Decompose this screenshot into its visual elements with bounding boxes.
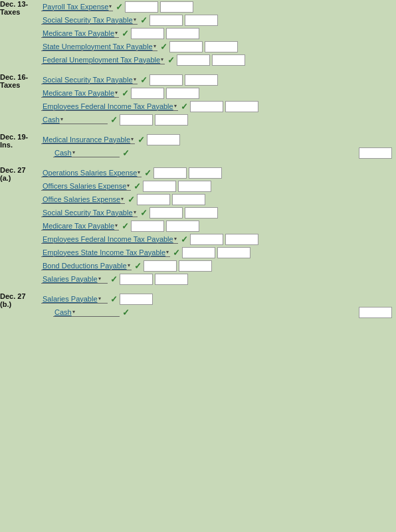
credit-input[interactable]: [172, 194, 205, 205]
entry-row: Social Security Tax Payable ▾ ✓: [41, 206, 396, 219]
entry-cell: Salaries Payable ▾ ✓: [41, 272, 396, 286]
entry-row: Medicare Tax Payable ▾ ✓: [41, 219, 396, 232]
account-dropdown[interactable]: Medicare Tax Payable ▾: [41, 29, 119, 38]
dropdown-arrow-icon: ▾: [72, 149, 75, 155]
debit-input[interactable]: [120, 274, 153, 285]
account-dropdown[interactable]: Salaries Payable ▾: [41, 295, 108, 304]
credit-input[interactable]: [205, 41, 238, 52]
account-dropdown[interactable]: Social Security Tax Payable ▾: [41, 209, 138, 217]
credit-input[interactable]: [166, 28, 199, 39]
account-name: Employees State Income Tax Payable: [43, 248, 165, 256]
check-icon: ✓: [144, 168, 151, 178]
dropdown-arrow-icon: ▾: [98, 276, 101, 282]
account-dropdown[interactable]: Office Salaries Expense ▾: [41, 195, 125, 204]
account-dropdown[interactable]: Payroll Tax Expense ▾: [41, 3, 113, 11]
table-row: Dec. 19-Ins. Medical Insurance Payable ▾…: [0, 133, 396, 146]
debit-input[interactable]: [153, 167, 187, 179]
debit-input[interactable]: [149, 207, 183, 219]
section-label: Dec. 27(b.): [0, 292, 41, 319]
account-dropdown[interactable]: Officers Salaries Expense ▾: [41, 182, 131, 191]
debit-input[interactable]: [177, 54, 210, 66]
debit-input[interactable]: [131, 221, 164, 232]
section-label: Dec. 27(a.): [0, 166, 41, 286]
entry-row: Salaries Payable ▾ ✓: [41, 292, 396, 306]
account-dropdown[interactable]: Cash ▾: [41, 116, 108, 124]
debit-input[interactable]: [149, 15, 183, 26]
debit-input[interactable]: [137, 194, 170, 205]
debit-input[interactable]: [131, 28, 164, 39]
debit-input[interactable]: [147, 134, 180, 145]
account-dropdown[interactable]: State Unemployment Tax Payable ▾: [41, 43, 157, 51]
credit-input[interactable]: [185, 74, 218, 86]
dropdown-arrow-icon: ▾: [115, 90, 118, 96]
account-dropdown[interactable]: Employees Federal Income Tax Payable ▾: [41, 102, 178, 111]
credit-input[interactable]: [166, 88, 199, 99]
credit-input[interactable]: [189, 167, 222, 179]
dropdown-arrow-icon: ▾: [72, 309, 75, 315]
debit-input[interactable]: [143, 181, 176, 192]
credit-input[interactable]: [185, 207, 218, 219]
credit-input[interactable]: [155, 114, 188, 126]
credit-input[interactable]: [179, 260, 212, 272]
credit-input[interactable]: [359, 147, 392, 159]
entry-cell: Bond Deductions Payable ▾ ✓: [41, 259, 396, 272]
entry-row: Medicare Tax Payable ▾ ✓: [41, 86, 396, 100]
account-name: Office Salaries Expense: [43, 195, 120, 203]
entry-cell: Social Security Tax Payable ▾ ✓: [41, 73, 396, 86]
debit-input[interactable]: [125, 1, 158, 13]
entry-row: Salaries Payable ▾ ✓: [41, 272, 396, 286]
check-icon: ✓: [181, 102, 188, 112]
credit-input[interactable]: [359, 307, 392, 318]
dropdown-arrow-icon: ▾: [60, 116, 63, 122]
credit-input[interactable]: [225, 101, 258, 112]
debit-input[interactable]: [120, 114, 153, 126]
debit-input[interactable]: [149, 74, 183, 86]
account-dropdown[interactable]: Medicare Tax Payable ▾: [41, 89, 119, 98]
account-dropdown[interactable]: Cash ▾: [53, 308, 120, 317]
debit-input[interactable]: [169, 41, 203, 52]
entry-row: Officers Salaries Expense ▾ ✓: [41, 179, 396, 193]
table-row: Office Salaries Expense ▾ ✓: [0, 193, 396, 206]
credit-input[interactable]: [178, 181, 211, 192]
account-dropdown[interactable]: Salaries Payable ▾: [41, 275, 108, 284]
account-dropdown[interactable]: Social Security Tax Payable ▾: [41, 16, 138, 25]
entry-cell: Social Security Tax Payable ▾ ✓: [41, 13, 396, 27]
account-name: Bond Deductions Payable: [43, 262, 127, 270]
dropdown-arrow-icon: ▾: [134, 209, 136, 215]
check-icon: ✓: [167, 55, 175, 65]
credit-input[interactable]: [155, 274, 188, 285]
credit-input[interactable]: [225, 234, 258, 245]
credit-input[interactable]: [217, 247, 250, 258]
credit-input[interactable]: [212, 54, 245, 66]
debit-input[interactable]: [120, 294, 153, 305]
account-dropdown[interactable]: Medicare Tax Payable ▾: [41, 222, 119, 230]
check-icon: ✓: [122, 148, 130, 158]
account-dropdown[interactable]: Employees Federal Income Tax Payable ▾: [41, 235, 178, 244]
entry-cell: Cash ▾ ✓: [41, 306, 396, 319]
debit-input[interactable]: [182, 247, 215, 258]
debit-input[interactable]: [190, 101, 223, 112]
account-dropdown[interactable]: Operations Salaries Expense ▾: [41, 169, 142, 177]
entry-cell: Payroll Tax Expense ▾ ✓: [41, 0, 396, 13]
account-dropdown[interactable]: Employees State Income Tax Payable ▾: [41, 248, 170, 257]
debit-input[interactable]: [131, 88, 164, 99]
credit-input[interactable]: [166, 221, 199, 232]
entry-row: Medical Insurance Payable ▾ ✓: [41, 133, 396, 146]
debit-input[interactable]: [190, 234, 223, 245]
account-dropdown[interactable]: Bond Deductions Payable ▾: [41, 262, 132, 270]
check-icon: ✓: [140, 15, 148, 25]
entry-row: Social Security Tax Payable ▾ ✓: [41, 73, 396, 86]
credit-input[interactable]: [185, 15, 218, 26]
account-name: Officers Salaries Expense: [43, 182, 126, 190]
table-row: State Unemployment Tax Payable ▾ ✓: [0, 40, 396, 53]
account-name: Medicare Tax Payable: [43, 89, 114, 97]
credit-input[interactable]: [160, 1, 193, 13]
table-row: Social Security Tax Payable ▾ ✓: [0, 13, 396, 27]
dropdown-arrow-icon: ▾: [153, 43, 156, 49]
account-dropdown[interactable]: Medical Insurance Payable ▾: [41, 135, 135, 144]
dropdown-arrow-icon: ▾: [98, 296, 101, 302]
debit-input[interactable]: [144, 260, 177, 272]
account-dropdown[interactable]: Social Security Tax Payable ▾: [41, 76, 138, 84]
account-dropdown[interactable]: Federal Unemployment Tax Payable ▾: [41, 56, 165, 64]
account-dropdown[interactable]: Cash ▾: [53, 149, 120, 157]
